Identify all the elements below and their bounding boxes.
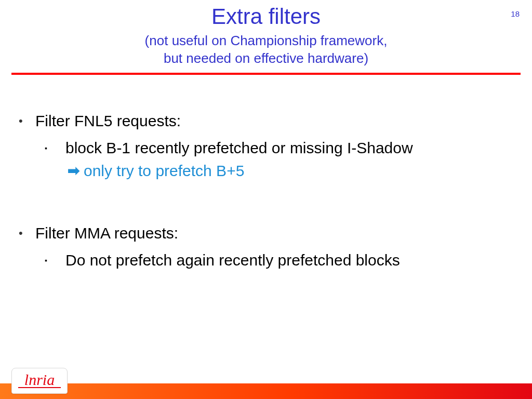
arrow-right-icon: ➡ [68,162,79,179]
footer-bar [0,383,532,399]
footer: lnria [0,370,532,399]
slide-title: Extra filters [0,4,532,29]
header: Extra filters (not useful on Championshi… [0,0,532,68]
arrow-text: only try to prefetch B+5 [84,162,244,180]
bullet-square-icon: ▪ [42,250,65,270]
bullet-level2: ▪ Do not prefetch again recently prefetc… [16,250,527,270]
bullet-level1: • Filter FNL5 requests: [16,111,527,131]
logo-text: lnria [24,371,55,389]
slide: 18 Extra filters (not useful on Champion… [0,0,532,399]
subtitle-line-2: but needed on effective hardware) [164,50,368,66]
content: • Filter FNL5 requests: ▪ block B-1 rece… [0,75,532,270]
bullet-dot-icon: • [16,111,35,131]
logo-underline [18,387,61,388]
slide-subtitle: (not useful on Championship framework, b… [0,32,532,68]
subtitle-line-1: (not useful on Championship framework, [145,33,388,48]
bullet-square-icon: ▪ [42,138,65,158]
page-number: 18 [511,9,520,18]
bullet-level1: • Filter MMA requests: [16,223,527,243]
bullet-text: Do not prefetch again recently prefetche… [65,250,400,270]
bullet-text: Filter MMA requests: [35,223,178,243]
arrow-line: ➡ only try to prefetch B+5 [16,162,527,180]
bullet-text: Filter FNL5 requests: [35,111,181,131]
bullet-dot-icon: • [16,223,35,243]
bullet-text: block B-1 recently prefetched or missing… [65,138,413,158]
bullet-level2: ▪ block B-1 recently prefetched or missi… [16,138,527,158]
logo: lnria [11,368,68,394]
